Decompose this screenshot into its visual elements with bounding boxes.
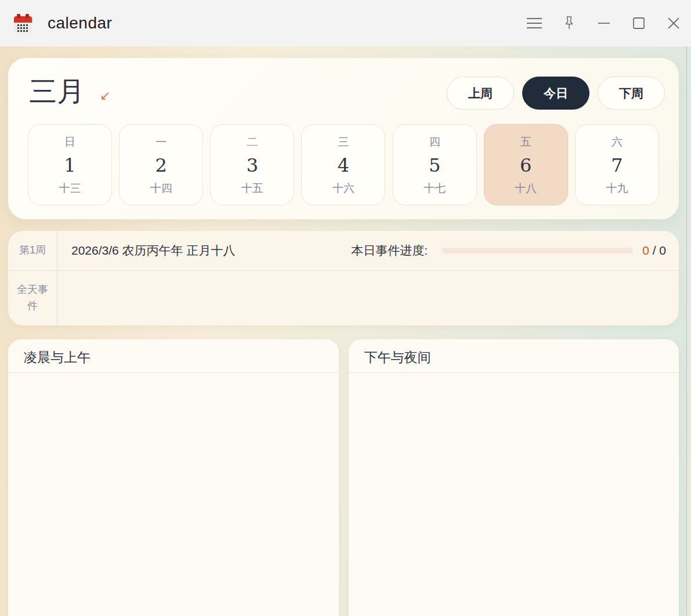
week-nav-buttons: 上周 今日 下周 [447, 77, 665, 110]
day-number: 5 [429, 154, 440, 176]
lunar-date-label: 十八 [515, 181, 537, 196]
progress-count: 0 / 0 [642, 244, 666, 258]
window-controls [517, 0, 691, 46]
day-number: 2 [155, 154, 167, 176]
week-number-label: 第1周 [8, 231, 57, 270]
maximize-icon [631, 16, 646, 31]
day-card[interactable]: 二3十五 [210, 124, 294, 205]
close-icon [666, 16, 681, 31]
day-progress-group: 本日事件进度: 0 / 0 [351, 242, 666, 259]
date-lunar-text: 2026/3/6 农历丙午年 正月十八 [71, 242, 235, 259]
next-week-button[interactable]: 下周 [598, 77, 665, 110]
day-card[interactable]: 五6十八 [484, 124, 568, 205]
prev-week-button[interactable]: 上周 [447, 77, 514, 110]
calendar-icon [12, 13, 34, 34]
allday-events-area[interactable] [57, 271, 679, 325]
pushpin-icon [562, 15, 577, 31]
time-panels: 凌晨与上午 下午与夜间 [8, 339, 679, 616]
lunar-date-label: 十三 [59, 181, 81, 196]
week-navigation-card: 三月 ↙ 上周 今日 下周 日1十三一2十四二3十五三4十六四5十七五6十八六7… [8, 58, 679, 219]
progress-count-done: 0 [642, 244, 649, 257]
day-card[interactable]: 四5十七 [393, 124, 477, 205]
collapse-arrow-icon[interactable]: ↙ [100, 88, 110, 103]
day-number: 1 [64, 154, 75, 176]
progress-count-total: / 0 [649, 244, 666, 257]
close-button[interactable] [656, 0, 691, 46]
evening-panel-title: 下午与夜间 [349, 339, 679, 373]
maximize-button[interactable] [621, 0, 656, 46]
day-number: 6 [520, 154, 531, 176]
today-button[interactable]: 今日 [522, 77, 589, 110]
week-day-row: 日1十三一2十四二3十五三4十六四5十七五6十八六7十九 [28, 124, 659, 205]
weekday-label: 四 [429, 135, 440, 150]
month-title: 三月 [29, 73, 85, 109]
minimize-icon [596, 16, 612, 31]
day-number: 3 [247, 154, 258, 176]
weekday-label: 五 [520, 135, 531, 150]
menu-button[interactable] [517, 0, 552, 46]
morning-panel-body[interactable] [8, 373, 339, 616]
week-info-card: 第1周 2026/3/6 农历丙午年 正月十八 本日事件进度: 0 / 0 全天… [8, 231, 679, 325]
lunar-date-label: 十六 [332, 181, 354, 196]
day-card[interactable]: 六7十九 [575, 124, 659, 205]
weekday-label: 日 [64, 135, 75, 150]
main-content: 三月 ↙ 上周 今日 下周 日1十三一2十四二3十五三4十六四5十七五6十八六7… [0, 46, 691, 616]
evening-panel: 下午与夜间 [349, 339, 679, 616]
hamburger-icon [527, 18, 542, 28]
weekday-label: 三 [338, 135, 349, 150]
allday-events-label: 全天事件 [8, 271, 57, 325]
allday-events-row: 全天事件 [8, 271, 679, 325]
scrollbar-track[interactable] [686, 46, 691, 616]
weekday-label: 一 [155, 135, 167, 150]
weekday-label: 六 [612, 135, 623, 150]
lunar-date-label: 十九 [606, 181, 628, 196]
evening-panel-body[interactable] [349, 373, 679, 616]
app-title: calendar [48, 14, 112, 32]
day-card[interactable]: 三4十六 [301, 124, 385, 205]
weekday-label: 二 [247, 135, 258, 150]
progress-label: 本日事件进度: [351, 242, 428, 259]
morning-panel-title: 凌晨与上午 [8, 339, 339, 373]
lunar-date-label: 十四 [150, 181, 172, 196]
day-number: 4 [338, 154, 349, 176]
day-card[interactable]: 日1十三 [28, 124, 112, 205]
minimize-button[interactable] [587, 0, 621, 46]
lunar-date-label: 十七 [424, 181, 446, 196]
week-info-row: 第1周 2026/3/6 农历丙午年 正月十八 本日事件进度: 0 / 0 [8, 231, 679, 271]
progress-bar [442, 248, 633, 253]
pin-button[interactable] [552, 0, 587, 46]
day-card[interactable]: 一2十四 [119, 124, 203, 205]
titlebar: calendar [0, 0, 691, 46]
morning-panel: 凌晨与上午 [8, 339, 339, 616]
day-number: 7 [611, 154, 623, 176]
lunar-date-label: 十五 [241, 181, 263, 196]
